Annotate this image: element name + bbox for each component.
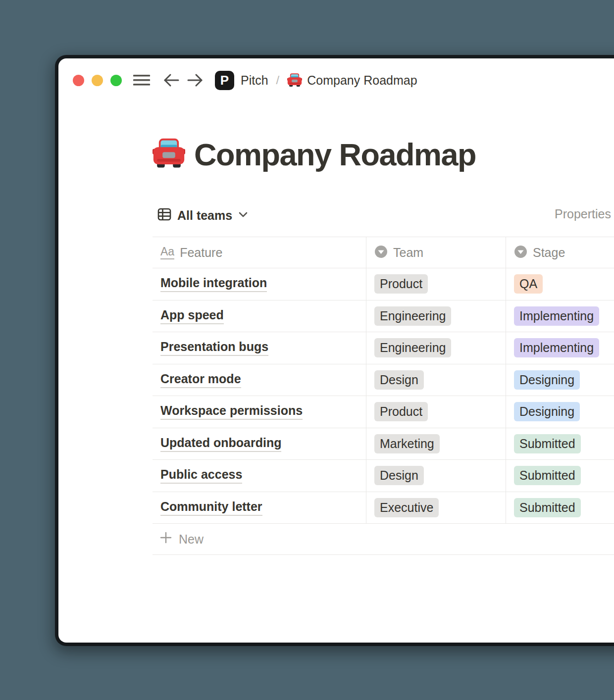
feature-cell[interactable]: Public access [153,460,366,492]
feature-cell[interactable]: Updated onboarding [153,428,366,460]
close-button[interactable] [73,75,84,86]
feature-cell[interactable]: App speed [153,300,366,332]
feature-page-link[interactable]: Updated onboarding [160,436,281,452]
team-badge[interactable]: Product [374,274,428,294]
team-badge[interactable]: Engineering [374,306,451,326]
column-label: Stage [533,246,565,260]
team-cell[interactable]: Engineering [366,300,506,332]
forward-arrow-icon[interactable] [187,73,203,87]
roadmap-table: Aa Feature Team [153,237,614,555]
stage-badge[interactable]: Designing [514,370,580,390]
feature-cell[interactable]: Community letter [153,492,366,524]
feature-page-link[interactable]: Community letter [160,500,262,516]
feature-page-link[interactable]: App speed [160,308,224,324]
car-icon [153,137,185,172]
back-arrow-icon[interactable] [163,73,179,87]
pitch-logo[interactable]: P [215,71,234,90]
stage-badge[interactable]: Designing [514,402,580,421]
feature-cell[interactable]: Workspace permissions [153,396,366,428]
feature-page-link[interactable]: Creator mode [160,372,241,388]
stage-badge[interactable]: Submitted [514,466,581,485]
team-badge[interactable]: Marketing [374,434,440,453]
table-view-icon [157,207,171,223]
stage-badge[interactable]: Implementing [514,306,599,326]
zoom-button[interactable] [110,75,122,86]
feature-cell[interactable]: Presentation bugs [153,332,366,364]
team-badge[interactable]: Product [374,402,428,421]
team-badge[interactable]: Design [374,466,424,485]
stage-badge[interactable]: Submitted [514,498,581,517]
chevron-down-icon [238,211,248,220]
stage-cell[interactable]: Submitted [506,492,614,524]
team-cell[interactable]: Product [366,396,506,428]
column-header-stage[interactable]: Stage [506,237,614,268]
stage-cell[interactable]: Implementing [506,300,614,332]
titlebar: P Pitch / Company Roadmap [73,70,417,90]
stage-cell[interactable]: Designing [506,396,614,428]
team-cell[interactable]: Engineering [366,332,506,364]
stage-cell[interactable]: Submitted [506,428,614,460]
table-row: Mobile integration Product QA [153,268,614,300]
stage-cell[interactable]: QA [506,268,614,300]
stage-cell[interactable]: Implementing [506,332,614,364]
team-cell[interactable]: Marketing [366,428,506,460]
feature-page-link[interactable]: Mobile integration [160,276,267,292]
stage-badge[interactable]: QA [514,274,543,294]
text-property-icon: Aa [160,246,174,259]
car-icon [287,73,302,88]
breadcrumb-separator: / [276,73,280,87]
column-header-team[interactable]: Team [366,237,506,268]
plus-icon [159,531,172,547]
feature-cell[interactable]: Mobile integration [153,268,366,300]
view-switcher[interactable]: All teams [157,205,248,226]
menu-icon[interactable] [133,74,151,87]
stage-badge[interactable]: Implementing [514,338,599,357]
table-row: Updated onboarding Marketing Submitted [153,428,614,460]
page-title-text[interactable]: Company Roadmap [194,137,476,172]
team-cell[interactable]: Executive [366,492,506,524]
table-row: App speed Engineering Implementing [153,300,614,333]
properties-button[interactable]: Properties [555,207,611,221]
feature-page-link[interactable]: Presentation bugs [160,340,268,356]
stage-badge[interactable]: Submitted [514,434,581,453]
table-row: Presentation bugs Engineering Implementi… [153,332,614,364]
select-property-icon [374,245,388,260]
pitch-logo-letter: P [220,73,229,88]
view-label: All teams [177,208,232,223]
table-row: Community letter Executive Submitted [153,492,614,524]
new-row-button[interactable]: New [153,524,614,555]
page-title: Company Roadmap [153,137,476,172]
table-body: Mobile integration Product QA App speed … [153,268,614,524]
feature-cell[interactable]: Creator mode [153,364,366,396]
stage-cell[interactable]: Designing [506,364,614,396]
breadcrumb-app-name[interactable]: Pitch [241,73,268,88]
stage-cell[interactable]: Submitted [506,460,614,492]
select-property-icon [514,245,527,260]
minimize-button[interactable] [92,75,103,86]
team-cell[interactable]: Design [366,460,506,492]
column-label: Feature [180,246,222,260]
app-window: P Pitch / Company Roadmap [58,58,614,643]
table-row: Workspace permissions Product Designing [153,396,614,428]
table-row: Public access Design Submitted [153,460,614,492]
team-cell[interactable]: Product [366,268,506,300]
breadcrumb-page-name[interactable]: Company Roadmap [307,73,417,88]
team-badge[interactable]: Engineering [374,338,451,357]
table-header-row: Aa Feature Team [153,237,614,268]
feature-page-link[interactable]: Public access [160,467,242,484]
traffic-lights [73,75,122,86]
column-label: Team [393,246,423,260]
feature-page-link[interactable]: Workspace permissions [160,403,303,420]
team-badge[interactable]: Executive [374,498,439,517]
team-cell[interactable]: Design [366,364,506,396]
team-badge[interactable]: Design [374,370,424,390]
new-row-label: New [179,532,204,547]
table-row: Creator mode Design Designing [153,364,614,397]
column-header-feature[interactable]: Aa Feature [153,237,366,268]
